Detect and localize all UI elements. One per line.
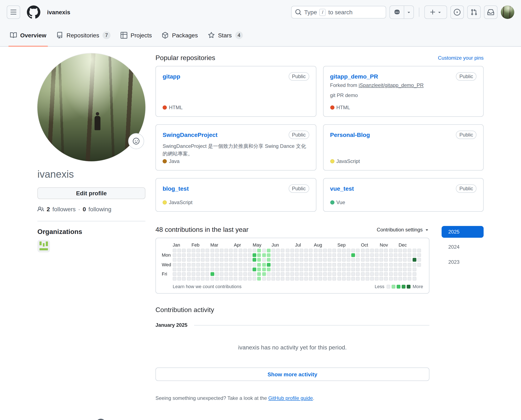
contribution-cell[interactable]	[323, 253, 327, 257]
contribution-cell[interactable]	[187, 253, 190, 257]
customize-pins-link[interactable]: Customize your pins	[438, 55, 483, 61]
contribution-cell[interactable]	[356, 268, 360, 271]
contribution-cell[interactable]	[290, 277, 294, 281]
contribution-cell[interactable]	[248, 272, 252, 276]
contribution-cell[interactable]	[182, 258, 186, 262]
contribution-cell[interactable]	[300, 258, 303, 262]
contribution-cell[interactable]	[196, 253, 200, 257]
contribution-settings-dropdown[interactable]: Contribution settings	[377, 227, 429, 233]
contribution-cell[interactable]	[243, 277, 247, 281]
contribution-cell[interactable]	[408, 277, 412, 281]
contribution-cell[interactable]	[300, 272, 303, 276]
contribution-cell[interactable]	[272, 272, 275, 276]
contribution-cell[interactable]	[361, 249, 364, 252]
contribution-cell[interactable]	[210, 263, 214, 266]
contribution-cell[interactable]	[210, 258, 214, 262]
contribution-cell[interactable]	[412, 253, 416, 257]
contribution-cell[interactable]	[262, 272, 266, 276]
contribution-cell[interactable]	[300, 249, 303, 252]
contribution-cell[interactable]	[196, 258, 200, 262]
followers-line[interactable]: 2 followers · 0 following	[38, 206, 145, 212]
contribution-cell[interactable]	[206, 249, 210, 252]
contribution-cell[interactable]	[281, 277, 285, 281]
contribution-cell[interactable]	[347, 253, 350, 257]
contribution-cell[interactable]	[347, 272, 350, 276]
contribution-cell[interactable]	[304, 268, 308, 271]
year-button-2025[interactable]: 2025	[442, 226, 483, 238]
contribution-cell[interactable]	[361, 277, 364, 281]
contribution-cell[interactable]	[365, 263, 369, 266]
contribution-cell[interactable]	[314, 253, 317, 257]
contribution-cell[interactable]	[272, 263, 275, 266]
contribution-cell[interactable]	[192, 258, 195, 262]
learn-contributions-link[interactable]: Learn how we count contributions	[173, 284, 242, 289]
tab-packages[interactable]: Packages	[159, 24, 201, 46]
contribution-cell[interactable]	[196, 268, 200, 271]
repo-name-link[interactable]: gitapp_demo_PR	[330, 73, 378, 80]
contribution-cell[interactable]	[412, 258, 416, 262]
contribution-cell[interactable]	[295, 263, 299, 266]
copilot-dropdown-button[interactable]	[404, 6, 414, 18]
contribution-cell[interactable]	[196, 272, 200, 276]
contribution-cell[interactable]	[351, 258, 355, 262]
contribution-cell[interactable]	[417, 263, 421, 266]
github-profile-guide-link[interactable]: GitHub profile guide	[268, 395, 313, 401]
contribution-cell[interactable]	[347, 268, 350, 271]
contribution-cell[interactable]	[356, 263, 360, 266]
contribution-cell[interactable]	[229, 277, 233, 281]
contribution-cell[interactable]	[384, 263, 388, 266]
contribution-cell[interactable]	[380, 272, 383, 276]
contribution-cell[interactable]	[290, 253, 294, 257]
contribution-cell[interactable]	[238, 249, 242, 252]
contribution-cell[interactable]	[412, 263, 416, 266]
contribution-cell[interactable]	[318, 263, 322, 266]
contribution-cell[interactable]	[206, 268, 210, 271]
contribution-cell[interactable]	[342, 263, 346, 266]
contribution-cell[interactable]	[384, 253, 388, 257]
contribution-cell[interactable]	[337, 253, 341, 257]
contribution-cell[interactable]	[347, 249, 350, 252]
contribution-cell[interactable]	[262, 263, 266, 266]
contribution-cell[interactable]	[295, 249, 299, 252]
contribution-cell[interactable]	[318, 277, 322, 281]
contribution-cell[interactable]	[229, 253, 233, 257]
contribution-cell[interactable]	[318, 253, 322, 257]
contribution-cell[interactable]	[267, 263, 271, 266]
user-avatar[interactable]	[501, 6, 514, 19]
contribution-cell[interactable]	[281, 258, 285, 262]
contribution-cell[interactable]	[286, 253, 289, 257]
contribution-cell[interactable]	[403, 272, 407, 276]
contribution-cell[interactable]	[196, 277, 200, 281]
contribution-cell[interactable]	[220, 277, 224, 281]
contribution-cell[interactable]	[356, 258, 360, 262]
contribution-cell[interactable]	[276, 249, 280, 252]
contribution-cell[interactable]	[318, 249, 322, 252]
contribution-cell[interactable]	[342, 272, 346, 276]
contribution-cell[interactable]	[290, 249, 294, 252]
contribution-cell[interactable]	[262, 258, 266, 262]
inbox-button[interactable]	[484, 6, 498, 19]
contribution-cell[interactable]	[361, 253, 364, 257]
contribution-cell[interactable]	[224, 263, 228, 266]
contribution-cell[interactable]	[304, 249, 308, 252]
contribution-cell[interactable]	[309, 277, 313, 281]
contribution-cell[interactable]	[389, 249, 393, 252]
contribution-cell[interactable]	[173, 268, 176, 271]
contribution-cell[interactable]	[380, 253, 383, 257]
contribution-cell[interactable]	[234, 268, 238, 271]
contribution-cell[interactable]	[253, 272, 256, 276]
profile-avatar[interactable]	[38, 53, 145, 161]
contribution-cell[interactable]	[332, 268, 336, 271]
contribution-cell[interactable]	[196, 249, 200, 252]
contribution-cell[interactable]	[375, 258, 378, 262]
contribution-cell[interactable]	[224, 268, 228, 271]
contribution-cell[interactable]	[215, 268, 219, 271]
contribution-cell[interactable]	[314, 268, 317, 271]
contribution-cell[interactable]	[412, 268, 416, 271]
contribution-cell[interactable]	[351, 268, 355, 271]
contribution-cell[interactable]	[375, 272, 378, 276]
contribution-cell[interactable]	[248, 253, 252, 257]
contribution-cell[interactable]	[187, 249, 190, 252]
contribution-cell[interactable]	[281, 249, 285, 252]
contribution-cell[interactable]	[234, 249, 238, 252]
